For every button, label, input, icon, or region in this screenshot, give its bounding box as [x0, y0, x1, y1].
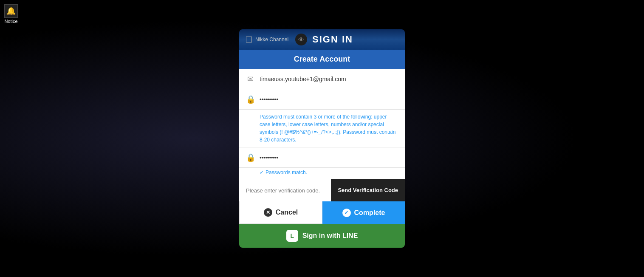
confirm-password-input[interactable] [260, 149, 398, 166]
cancel-button[interactable]: ✕ Cancel [239, 201, 322, 224]
signin-header: Nikke Channel 👁 SIGN IN [239, 29, 405, 50]
notice-bell-icon: 🔔 [4, 4, 18, 18]
eye-icon: 👁 [295, 34, 307, 45]
password-row: 🔒 [239, 89, 405, 110]
email-row: ✉ [239, 69, 405, 89]
verification-row: Send Verification Code [239, 179, 405, 201]
channel-label: Nikke Channel [255, 37, 288, 42]
bottom-buttons: ✕ Cancel ✓ Complete [239, 201, 405, 224]
cancel-label: Cancel [276, 209, 298, 216]
complete-label: Complete [354, 209, 385, 217]
modal-title: Create Account [239, 50, 405, 69]
confirm-password-row: 🔒 [239, 147, 405, 168]
send-verification-button[interactable]: Send Verification Code [331, 179, 405, 201]
verification-input[interactable] [246, 181, 331, 200]
notice-label: Notice [4, 19, 17, 24]
complete-button[interactable]: ✓ Complete [322, 201, 405, 224]
line-signin-label: Sign in with LINE [302, 232, 358, 240]
sign-in-text: SIGN IN [312, 34, 353, 45]
email-input[interactable] [260, 71, 398, 88]
form-body: ✉ 🔒 Password must contain 3 or more of t… [239, 69, 405, 201]
passwords-match-check: ✓ [260, 170, 264, 175]
password-icon: 🔒 [246, 95, 254, 104]
notice-widget[interactable]: 🔔 Notice [4, 4, 18, 24]
complete-check-icon: ✓ [342, 209, 351, 217]
cancel-x-icon: ✕ [264, 208, 272, 217]
confirm-password-icon: 🔒 [246, 153, 254, 162]
passwords-match-label: Passwords match. [266, 170, 307, 175]
email-icon: ✉ [246, 74, 254, 84]
password-hint: Password must contain 3 or more of the f… [239, 110, 405, 147]
create-account-modal: Create Account ✉ 🔒 Password must contain… [239, 50, 405, 224]
passwords-match-row: ✓ Passwords match. [239, 168, 405, 179]
password-input[interactable] [260, 91, 398, 108]
line-signin-button[interactable]: L Sign in with LINE [239, 224, 405, 248]
channel-checkbox[interactable] [246, 37, 252, 42]
modal-wrapper: Nikke Channel 👁 SIGN IN Create Account ✉… [239, 29, 405, 248]
line-logo-icon: L [286, 230, 298, 242]
